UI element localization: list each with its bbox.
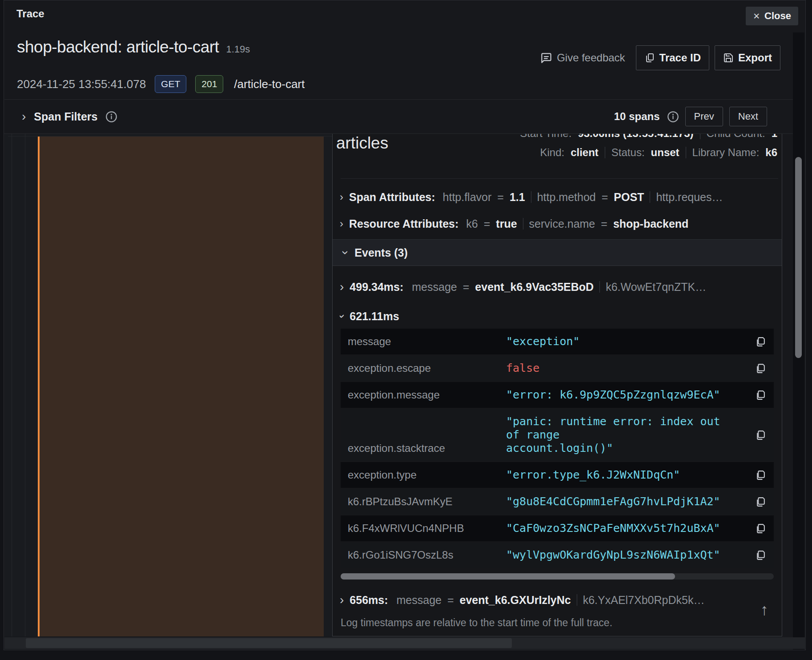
row-value: false (506, 355, 747, 381)
details-divider (341, 178, 778, 179)
row-value: "error.type_k6.J2WxNIDqCn" (506, 462, 747, 488)
event-time: 656ms: (350, 594, 388, 607)
scroll-to-top-button[interactable]: ↑ (760, 602, 768, 618)
copy-icon (755, 550, 766, 561)
table-horizontal-scrollbar (341, 573, 774, 580)
chevron-down-icon: › (339, 250, 352, 254)
selected-span-bar[interactable] (40, 137, 324, 636)
export-button[interactable]: Export (715, 45, 780, 70)
event-attributes-table: message "exception" exception.escape fal… (341, 329, 774, 569)
copy-icon (755, 496, 766, 507)
separator (650, 191, 650, 203)
event-row-3[interactable]: › 656ms: message = event_k6.GXUrIzlyNc k… (340, 591, 778, 609)
chevron-down-icon: › (340, 314, 348, 318)
attr-key: k6 (466, 217, 478, 230)
row-key: k6.rBPtzuBsJAvmKyE (341, 489, 506, 515)
span-filters-label: Span Filters (34, 110, 97, 123)
trace-duration: 1.19s (226, 44, 250, 55)
copy-icon (755, 430, 766, 441)
span-navigation: 10 spans Prev Next (614, 99, 767, 134)
vertical-scrollbar-thumb[interactable] (795, 157, 802, 358)
separator (523, 218, 523, 229)
equals: = (601, 217, 607, 230)
events-section-header[interactable]: › Events (3) (333, 239, 782, 266)
event-key: message (412, 281, 457, 294)
trace-id-button[interactable]: Trace ID (636, 45, 709, 70)
spans-info-icon[interactable] (667, 111, 679, 123)
copy-value-button[interactable] (747, 409, 774, 461)
chevron-right-icon: › (340, 594, 344, 606)
table-row: exception.type "error.type_k6.J2WxNIDqCn… (341, 462, 774, 488)
separator (605, 147, 605, 158)
attr-key-truncated: http.reques… (656, 191, 723, 204)
table-row: k6.rBPtzuBsJAvmKyE "g8u8E4CdCGpmm1eFAgG7… (341, 489, 774, 515)
give-feedback-link[interactable]: Give feedback (540, 52, 625, 64)
attr-value: shop-backend (613, 217, 688, 230)
waterfall-column-divider (25, 134, 25, 636)
chevron-right-icon: › (340, 281, 344, 293)
next-span-button[interactable]: Next (729, 107, 767, 126)
resource-attributes-row[interactable]: › Resource Attributes: k6 = true service… (340, 215, 778, 233)
trace-id-label: Trace ID (659, 52, 701, 64)
trace-title-row: shop-backend: article-to-cart 1.19s (17, 38, 250, 56)
request-path: /article-to-cart (234, 77, 305, 91)
feedback-bubble-icon (540, 52, 552, 64)
span-meta-line-1: Start Time: 93.06ms (13:55:41.173) Child… (520, 134, 777, 140)
horizontal-scrollbar-thumb[interactable] (26, 638, 512, 648)
table-row: message "exception" (341, 329, 774, 354)
event-time: 621.11ms (350, 310, 399, 323)
table-row: exception.stacktrace "panic: runtime err… (341, 409, 774, 461)
copy-value-button[interactable] (747, 382, 774, 408)
row-value: "exception" (506, 329, 747, 354)
kind-label: Kind: (540, 146, 564, 159)
http-status-badge: 201 (195, 75, 223, 93)
separator (577, 594, 577, 606)
table-scrollbar-thumb[interactable] (341, 573, 675, 580)
copy-value-button[interactable] (747, 515, 774, 541)
waterfall-column-divider (12, 134, 12, 636)
separator (700, 134, 700, 139)
trace-title: shop-backend: article-to-cart (17, 38, 219, 56)
attr-value: true (496, 217, 517, 230)
info-icon[interactable] (105, 111, 117, 123)
copy-icon (755, 363, 766, 374)
close-icon: ✕ (753, 11, 760, 21)
chevron-right-icon: › (340, 192, 343, 202)
copy-value-button[interactable] (747, 355, 774, 381)
event-value: event_k6.GXUrIzlyNc (460, 594, 571, 607)
trace-waterfall (4, 134, 332, 636)
row-key: exception.type (341, 462, 506, 488)
child-count-value: 1 (772, 134, 777, 140)
copy-icon (755, 470, 766, 481)
copy-value-button[interactable] (747, 489, 774, 515)
prev-span-button[interactable]: Prev (685, 107, 723, 126)
row-key: exception.message (341, 382, 506, 408)
row-key: k6.rGo1iSNG7OszL8s (341, 542, 506, 568)
give-feedback-label: Give feedback (557, 52, 625, 64)
start-time-label: Start Time: (520, 134, 571, 140)
event-row-1[interactable]: › 499.34ms: message = event_k6.9Vac35EBo… (340, 277, 778, 297)
span-filters-toggle[interactable]: › Span Filters (22, 99, 117, 134)
copy-value-button[interactable] (747, 329, 774, 354)
library-name-value: k6 (765, 146, 777, 159)
request-summary-row: 2024-11-25 13:55:41.078 GET 201 /article… (17, 74, 305, 94)
equals: = (602, 191, 608, 204)
event-row-2[interactable]: › 621.11ms (340, 307, 778, 325)
chevron-right-icon: › (22, 110, 26, 123)
equals: = (463, 281, 470, 294)
equals: = (447, 594, 454, 607)
save-icon (723, 52, 734, 63)
panel-title: Trace (16, 8, 44, 20)
copy-value-button[interactable] (747, 462, 774, 488)
copy-value-button[interactable] (747, 542, 774, 568)
attr-key: http.method (537, 191, 596, 204)
trace-actions: Give feedback Trace ID Export (540, 45, 780, 70)
trace-timestamp: 2024-11-25 13:55:41.078 (17, 77, 146, 91)
export-label: Export (738, 52, 772, 64)
span-detail-panel: Start Time: 93.06ms (13:55:41.173) Child… (332, 134, 782, 636)
table-row: exception.escape false (341, 355, 774, 381)
span-attributes-row[interactable]: › Span Attributes: http.flavor = 1.1 htt… (340, 188, 778, 206)
close-button[interactable]: ✕ Close (746, 7, 798, 25)
event-key: message (397, 594, 442, 607)
http-method-badge: GET (155, 75, 186, 93)
